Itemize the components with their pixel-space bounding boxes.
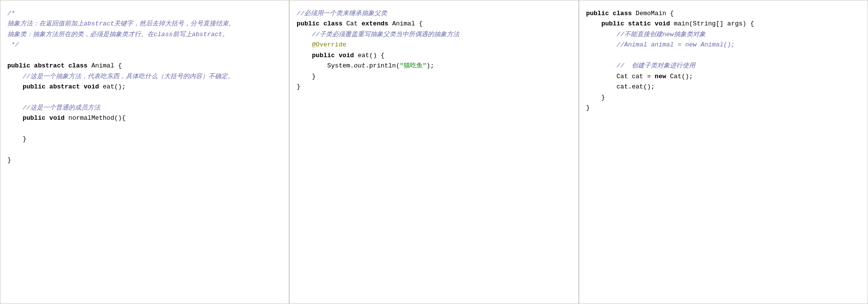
code-panel-3: public class DemoMain { public static vo…: [579, 0, 868, 304]
code-panel-2: //必须用一个类来继承抽象父类public class Cat extends …: [289, 0, 578, 304]
code-panel-1: /*抽象方法：在返回值前加上abstract关键字，然后去掉大括号，分号直接结束…: [0, 0, 289, 304]
